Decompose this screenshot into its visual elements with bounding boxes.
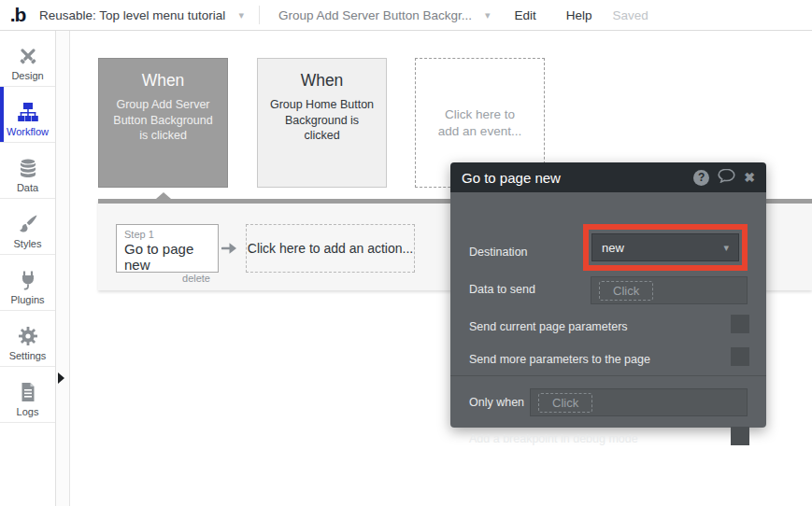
panel-caret-icon — [156, 192, 171, 199]
step-number: Step 1 — [124, 229, 210, 240]
saved-status: Saved — [607, 8, 654, 22]
event-title: When — [99, 71, 227, 91]
sidebar-item-label: Workflow — [7, 126, 49, 137]
destination-dropdown[interactable]: new ▾ — [591, 233, 739, 261]
chevron-down-icon: ▾ — [485, 9, 491, 21]
sidebar-item-label: Data — [17, 182, 38, 193]
plug-icon — [17, 269, 39, 291]
event-box[interactable]: When Group Home Button Background is cli… — [257, 58, 387, 188]
event-subtitle: Group Add Server Button Background is cl… — [99, 97, 227, 144]
send-more-params-label: Send more parameters to the page — [469, 353, 650, 366]
brush-icon — [17, 213, 39, 235]
design-tools-icon — [17, 45, 39, 67]
data-to-send-placeholder: Click — [599, 281, 653, 301]
event-box-selected[interactable]: When Group Add Server Button Background … — [98, 58, 228, 188]
chevron-down-icon: ▾ — [238, 9, 244, 21]
bubble-logo[interactable]: .b — [0, 4, 30, 26]
sidebar-item-label: Logs — [17, 406, 39, 417]
sidebar-item-design[interactable]: Design — [0, 31, 55, 87]
next-step-arrow-icon — [221, 242, 237, 259]
top-bar: .b Reusable: Top level menu tutorial ▾ G… — [0, 0, 812, 31]
bubble-editor: .b Reusable: Top level menu tutorial ▾ G… — [0, 0, 812, 506]
help-menu[interactable]: Help — [551, 8, 607, 22]
sidebar-item-label: Design — [11, 70, 43, 81]
sidebar-item-data[interactable]: Data — [0, 143, 55, 199]
breakpoint-checkbox[interactable] — [731, 427, 749, 445]
sidebar-item-label: Styles — [14, 238, 42, 249]
event-subtitle: Group Home Button Background is clicked — [258, 97, 386, 144]
sidebar-item-label: Plugins — [10, 294, 44, 305]
data-to-send-label: Data to send — [469, 283, 535, 296]
close-icon[interactable]: ✖ — [744, 170, 755, 185]
element-menu[interactable]: Group Add Server Button Backgr... ▾ — [269, 0, 500, 30]
left-sidebar: Design Workflow — [0, 31, 56, 506]
breakpoint-label: Add a breakpoint in debug mode — [469, 432, 638, 445]
popup-title: Go to page new — [462, 170, 561, 186]
workflow-tree-icon — [17, 101, 39, 123]
step-1-action-box[interactable]: Step 1 Go to page new delete — [116, 224, 219, 273]
comment-bubble-icon[interactable] — [718, 168, 735, 187]
add-action-label: Click here to add an action... — [248, 241, 413, 256]
chevron-down-icon: ▾ — [723, 242, 729, 254]
destination-value: new — [602, 241, 624, 255]
tutorial-highlight-box: new ▾ — [583, 224, 748, 271]
action-properties-popup: Go to page new ? ✖ Destination new ▾ Dat — [450, 162, 766, 428]
popup-header: Go to page new ? ✖ — [450, 162, 766, 192]
popup-body: Destination new ▾ Data to send Click Sen… — [450, 192, 766, 428]
send-more-params-checkbox[interactable] — [731, 347, 749, 366]
database-icon — [17, 157, 39, 179]
edit-menu[interactable]: Edit — [500, 8, 551, 22]
element-menu-label: Group Add Server Button Backgr... — [278, 8, 472, 22]
add-event-label: Click here to add an event... — [416, 106, 544, 140]
sidebar-gutter — [56, 31, 70, 506]
step-title: Go to page new — [124, 241, 210, 273]
sidebar-item-plugins[interactable]: Plugins — [0, 255, 55, 311]
popup-section-divider — [450, 375, 766, 376]
send-current-params-label: Send current page parameters — [469, 320, 628, 333]
app-menu[interactable]: Reusable: Top level menu tutorial ▾ — [30, 0, 253, 30]
gear-icon — [17, 325, 39, 347]
help-icon[interactable]: ? — [693, 170, 709, 186]
only-when-input[interactable]: Click — [530, 388, 748, 416]
data-to-send-input[interactable]: Click — [591, 276, 748, 304]
event-title: When — [258, 71, 386, 91]
destination-label: Destination — [469, 246, 528, 259]
sidebar-item-workflow[interactable]: Workflow — [0, 87, 55, 143]
document-icon — [17, 381, 39, 403]
send-current-params-checkbox[interactable] — [731, 315, 749, 333]
sidebar-item-logs[interactable]: Logs — [0, 367, 55, 423]
topbar-divider — [259, 6, 260, 24]
only-when-label: Only when — [469, 396, 524, 409]
add-action-box[interactable]: Click here to add an action... — [246, 224, 415, 273]
sidebar-item-styles[interactable]: Styles — [0, 199, 55, 255]
sidebar-item-label: Settings — [9, 350, 47, 361]
app-menu-label: Reusable: Top level menu tutorial — [39, 8, 225, 22]
only-when-placeholder: Click — [538, 393, 592, 413]
expand-panel-arrow-icon[interactable] — [58, 372, 64, 384]
delete-step-link[interactable]: delete — [124, 273, 210, 284]
sidebar-item-settings[interactable]: Settings — [0, 311, 55, 367]
